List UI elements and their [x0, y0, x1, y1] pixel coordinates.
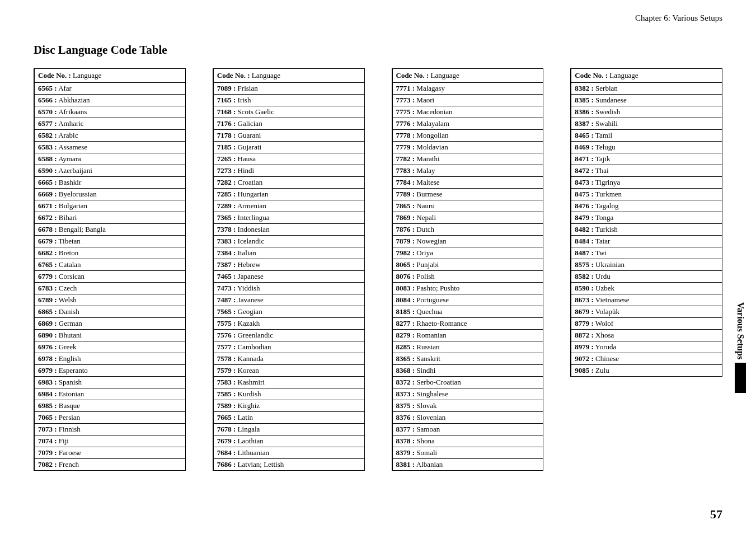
code-cell: 8379 : Somali [392, 447, 543, 459]
column-header: Code No. : Language [392, 69, 543, 83]
table-row: 8375 : Slovak [392, 400, 543, 412]
code-cell: 6890 : Bhutani [34, 330, 185, 341]
code-cell: 6976 : Greek [34, 341, 185, 353]
table-row: 7089 : Frisian [213, 83, 364, 95]
code-cell: 7779 : Moldavian [392, 142, 543, 153]
table-row: 8385 : Sundanese [571, 95, 722, 106]
table-row: 8285 : Russian [392, 341, 543, 353]
table-row: 7273 : Hindi [213, 165, 364, 177]
table-row: 7168 : Scots Gaelic [213, 106, 364, 118]
code-cell: 7465 : Japanese [213, 271, 364, 283]
table-row: 6765 : Catalan [34, 259, 185, 271]
code-cell: 8679 : Volapük [571, 306, 722, 318]
table-row: 6583 : Assamese [34, 142, 185, 153]
chapter-heading: Chapter 6: Various Setups [34, 13, 722, 23]
table-row: 7065 : Persian [34, 412, 185, 424]
code-cell: 6679 : Tibetan [34, 236, 185, 247]
code-cell: 8473 : Tigrinya [571, 177, 722, 189]
code-cell: 8185 : Quechua [392, 306, 543, 318]
table-row: 7783 : Malay [392, 165, 543, 177]
table-row: 7771 : Malagasy [392, 83, 543, 95]
code-cell: 7782 : Marathi [392, 153, 543, 165]
code-cell: 8673 : Vietnamese [571, 294, 722, 306]
code-cell: 8385 : Sundanese [571, 95, 722, 106]
table-row: 7679 : Laothian [213, 435, 364, 447]
table-row: 7285 : Hungarian [213, 189, 364, 200]
table-row: 8368 : Sindhi [392, 365, 543, 377]
code-cell: 8378 : Shona [392, 435, 543, 447]
table-row: 6582 : Arabic [34, 130, 185, 142]
code-cell: 6588 : Aymara [34, 153, 185, 165]
table-row: 7665 : Latin [213, 412, 364, 424]
code-cell: 7665 : Latin [213, 412, 364, 424]
code-cell: 7384 : Italian [213, 247, 364, 259]
code-cell: 8076 : Polish [392, 271, 543, 283]
table-row: 8279 : Romanian [392, 330, 543, 341]
table-row: 8590 : Uzbek [571, 283, 722, 294]
code-cell: 7185 : Gujarati [213, 142, 364, 153]
table-row: 8379 : Somali [392, 447, 543, 459]
code-cell: 7686 : Latvian; Lettish [213, 459, 364, 471]
code-cell: 8373 : Singhalese [392, 388, 543, 400]
table-row: 6570 : Afrikaans [34, 106, 185, 118]
table-row: 8377 : Samoan [392, 424, 543, 435]
code-cell: 8381 : Albanian [392, 459, 543, 471]
code-cell: 8979 : Yoruda [571, 341, 722, 353]
code-cell: 7578 : Kannada [213, 353, 364, 365]
table-row: 7879 : Nowegian [392, 236, 543, 247]
table-row: 6671 : Bulgarian [34, 200, 185, 212]
table-row: 6588 : Aymara [34, 153, 185, 165]
table-row: 8469 : Telugu [571, 142, 722, 153]
table-row: 8382 : Serbian [571, 83, 722, 95]
table-row: 8473 : Tigrinya [571, 177, 722, 189]
table-row: 6779 : Corsican [34, 271, 185, 283]
code-cell: 8590 : Uzbek [571, 283, 722, 294]
table-row: 6682 : Breton [34, 247, 185, 259]
code-cell: 7577 : Cambodian [213, 341, 364, 353]
code-cell: 7789 : Burmese [392, 189, 543, 200]
code-cell: 6869 : German [34, 318, 185, 330]
code-cell: 7684 : Lithuanian [213, 447, 364, 459]
table-row: 7782 : Marathi [392, 153, 543, 165]
code-cell: 7869 : Nepali [392, 212, 543, 224]
table-row: 7282 : Croatian [213, 177, 364, 189]
code-cell: 7378 : Indonesian [213, 224, 364, 236]
code-cell: 7273 : Hindi [213, 165, 364, 177]
code-cell: 6983 : Spanish [34, 377, 185, 388]
table-row: 8185 : Quechua [392, 306, 543, 318]
table-row: 7473 : Yiddish [213, 283, 364, 294]
table-row: 6678 : Bengali; Bangla [34, 224, 185, 236]
code-cell: 8065 : Punjabi [392, 259, 543, 271]
code-cell: 6590 : Azerbaijani [34, 165, 185, 177]
table-row: 7779 : Moldavian [392, 142, 543, 153]
table-row: 8482 : Turkish [571, 224, 722, 236]
code-cell: 8368 : Sindhi [392, 365, 543, 377]
table-row: 7585 : Kurdish [213, 388, 364, 400]
table-row: 7982 : Oriya [392, 247, 543, 259]
code-cell: 8277 : Rhaeto-Romance [392, 318, 543, 330]
table-row: 7289 : Armenian [213, 200, 364, 212]
table-row: 8387 : Swahili [571, 118, 722, 130]
code-cell: 8872 : Xhosa [571, 330, 722, 341]
code-cell: 7879 : Nowegian [392, 236, 543, 247]
code-cell: 6678 : Bengali; Bangla [34, 224, 185, 236]
code-cell: 7289 : Armenian [213, 200, 364, 212]
table-row: 7684 : Lithuanian [213, 447, 364, 459]
table-row: 6789 : Welsh [34, 294, 185, 306]
code-cell: 8083 : Pashto; Pushto [392, 283, 543, 294]
table-row: 8487 : Twi [571, 247, 722, 259]
code-cell: 7079 : Faroese [34, 447, 185, 459]
table-row: 6665 : Bashkir [34, 177, 185, 189]
table-row: 6672 : Bihari [34, 212, 185, 224]
code-cell: 8376 : Slovenian [392, 412, 543, 424]
code-cell: 6783 : Czech [34, 283, 185, 294]
table-row: 6983 : Spanish [34, 377, 185, 388]
table-row: 6890 : Bhutani [34, 330, 185, 341]
code-cell: 6582 : Arabic [34, 130, 185, 142]
code-cell: 7285 : Hungarian [213, 189, 364, 200]
code-cell: 9072 : Chinese [571, 353, 722, 365]
table-row: 7487 : Javanese [213, 294, 364, 306]
code-cell: 8472 : Thai [571, 165, 722, 177]
table-row: 8476 : Tagalog [571, 200, 722, 212]
table-row: 8065 : Punjabi [392, 259, 543, 271]
